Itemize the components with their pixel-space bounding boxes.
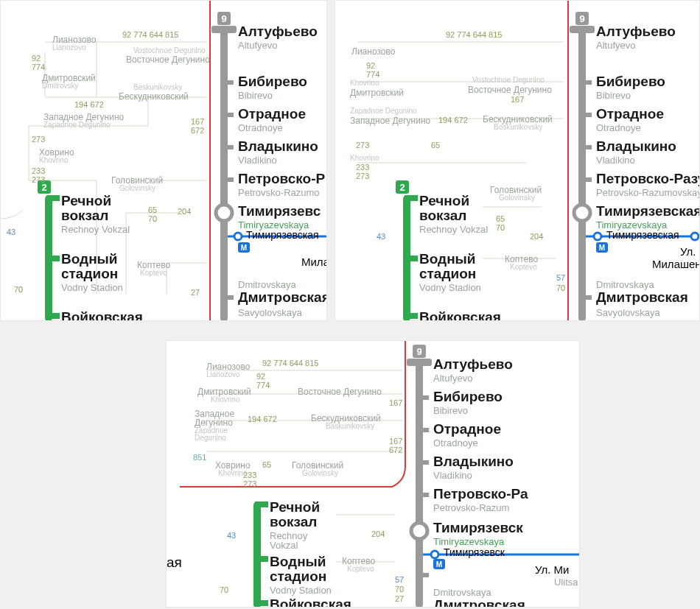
zdeg-en-2: Zapadnoe Degunino [350, 107, 417, 115]
st: Тимирязевск [433, 521, 523, 535]
r57b: 57 [556, 273, 565, 282]
r70e: 70 [220, 585, 228, 594]
vodny-en: Vodny Stadion [61, 282, 123, 293]
r70f: 70 [395, 585, 404, 594]
station-petrovsko-ru: Петровско-Р [238, 172, 325, 186]
r92a: 92 [32, 54, 41, 63]
svg-rect-12 [46, 256, 60, 261]
r65c: 65 [496, 214, 505, 223]
zdeg-en-3b: Degunino [195, 434, 226, 442]
st: Бибирево [433, 390, 503, 404]
r70b: 70 [14, 285, 23, 294]
st: вокзал [419, 208, 466, 223]
st: Vodny Stadion [270, 585, 332, 596]
mila-partial: Мила [301, 256, 327, 268]
r70a: 70 [148, 214, 157, 223]
svg-rect-28 [405, 256, 418, 261]
station-otradnoe-ru: Отрадное [238, 107, 306, 122]
svg-rect-34 [421, 428, 429, 432]
st: Речной [419, 194, 469, 208]
m-badge-2: M [596, 242, 608, 253]
koptevo-en-2: Koptevo [510, 263, 537, 271]
st: Altufyevo [596, 40, 635, 51]
r774a: 774 [32, 63, 45, 71]
svg-rect-11 [46, 195, 60, 201]
r204c: 204 [371, 529, 385, 538]
savyolovskaya-en: Savyolovskaya [238, 307, 302, 318]
svg-rect-44 [255, 600, 268, 606]
routes-top: 92 774 644 815 [122, 30, 178, 39]
r167d: 167 [389, 437, 402, 446]
line-9-badge-3: 9 [413, 345, 426, 358]
svg-point-37 [411, 523, 427, 539]
r167c: 167 [389, 398, 402, 407]
station-altufyevo-ru: Алтуфьево [238, 24, 318, 39]
khovrino-b: Khovrino [350, 79, 379, 87]
st: Vladikino [433, 470, 472, 481]
st: Водный [270, 555, 326, 569]
r204b: 204 [530, 232, 543, 241]
map-variant-3: 9 Алтуфьево Altufyevo Бибирево Bibirevo … [166, 340, 580, 608]
st: Dmitrovskaya [433, 587, 491, 598]
r273d: 273 [356, 172, 369, 180]
st: Vodny Stadion [419, 282, 481, 293]
r70c: 70 [496, 223, 505, 232]
st: Otradnoye [433, 437, 478, 448]
rechnoy-ru-l2: вокзал [61, 208, 108, 223]
st: стадион [419, 267, 476, 281]
svg-point-21 [574, 205, 590, 221]
r43c: 43 [227, 531, 236, 540]
m-badge-3: M [433, 559, 445, 569]
station-vladykino-ru: Владыкино [238, 139, 318, 154]
r672c: 672 [389, 446, 402, 454]
st: Водный [419, 252, 476, 267]
svg-rect-38 [421, 573, 429, 577]
st: Timiryazevskaya [433, 536, 504, 547]
station-timir-ru: Тимирязевс [238, 204, 321, 219]
routes-top-2: 92 774 644 815 [446, 30, 502, 39]
svg-rect-43 [255, 556, 268, 562]
rechnoy-en: Rechnoy Vokzal [61, 224, 130, 235]
koptevo-en-3: Koptevo [347, 565, 374, 573]
besk-en: Beskunikovsky [133, 83, 182, 91]
monorail-timir-3: Тимирязевск [444, 546, 505, 558]
svg-rect-3 [226, 113, 234, 117]
lianozovo-en-3: Lianozovo [206, 370, 240, 379]
voykovskaya-ru: Войковская [61, 310, 143, 321]
r27a: 27 [191, 288, 200, 297]
st: Владыкино [433, 454, 514, 469]
r43a: 43 [7, 228, 15, 236]
st: Otradnoye [596, 122, 641, 133]
svg-rect-13 [46, 313, 60, 319]
st: Петровско-Разу [596, 172, 700, 186]
besk-ru-2: Бескудниковский [483, 114, 553, 124]
st: Vokzal [270, 540, 298, 551]
svg-rect-19 [584, 145, 592, 149]
r27c: 27 [395, 594, 404, 603]
svg-rect-17 [584, 80, 592, 85]
svg-rect-1 [211, 26, 237, 33]
golovinsky-en-2: Golovinsky [499, 194, 535, 202]
svg-rect-0 [220, 26, 228, 321]
vdeg-ru: Восточное Дегунино [126, 54, 210, 65]
lianozovo-en: Lianozovo [52, 43, 86, 52]
r273b: 273 [32, 175, 45, 184]
svg-point-9 [234, 233, 242, 240]
station-bibirevo-en: Bibirevo [238, 90, 273, 101]
golovinsky-en: Golovinsky [119, 184, 155, 192]
r774c: 774 [256, 381, 270, 390]
station-bibirevo-ru: Бибирево [238, 74, 307, 89]
r70d: 70 [556, 284, 565, 292]
r233a: 233 [32, 166, 45, 175]
ul-ru: Ул. [680, 245, 696, 258]
svg-rect-35 [421, 460, 429, 465]
st: Petrovsko-Razumovskaya [596, 187, 700, 198]
st: Отрадное [596, 107, 664, 122]
svg-rect-7 [226, 295, 234, 300]
station-petrovsko-en: Petrovsko-Razumo [238, 187, 320, 198]
svg-rect-15 [578, 26, 586, 321]
svg-point-40 [431, 551, 438, 558]
line-9-badge: 9 [217, 12, 231, 25]
svg-rect-22 [584, 295, 592, 300]
r233c: 233 [243, 471, 256, 479]
